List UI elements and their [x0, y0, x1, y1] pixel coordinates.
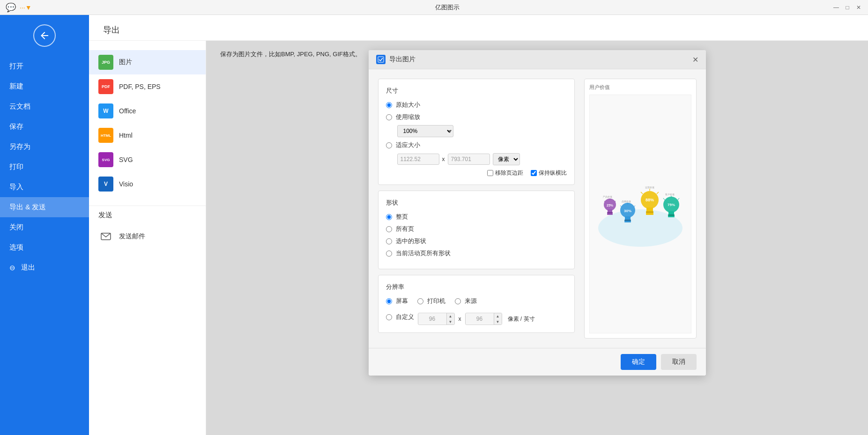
titlebar: 💬 ···▼ 亿图图示 — □ ✕ — [0, 0, 868, 15]
width-input[interactable] — [397, 154, 439, 165]
visio-label: Visio — [119, 180, 133, 188]
sidebar-nav: 打开 新建 云文档 保存 另存为 打印 导入 导出 & 发送 — [0, 56, 89, 278]
dpi-unit-label: 像素 / 英寸 — [508, 315, 535, 323]
dpi-y-up[interactable]: ▲ — [494, 313, 502, 319]
export-layout: JPG 图片 PDF PDF, PS, EPS W Office — [89, 41, 868, 435]
back-button[interactable] — [33, 24, 56, 47]
res-source-label[interactable]: 来源 — [465, 297, 477, 305]
sidebar-item-open[interactable]: 打开 — [0, 56, 89, 76]
jpg-label: 图片 — [119, 58, 132, 66]
res-custom-label[interactable]: 自定义 — [396, 313, 414, 321]
sidebar-item-print[interactable]: 打印 — [0, 157, 89, 177]
shape-current-radio[interactable] — [386, 251, 392, 257]
shape-whole-row: 整页 — [386, 213, 567, 221]
minimize-button[interactable]: — — [832, 4, 840, 11]
modal-title-icon — [376, 55, 386, 64]
shape-whole-label[interactable]: 整页 — [396, 213, 408, 221]
export-format-office[interactable]: W Office — [89, 99, 206, 123]
modal-footer: 确定 取消 — [369, 348, 706, 376]
svg-rect-29 — [668, 214, 675, 216]
shape-whole-radio[interactable] — [386, 214, 392, 220]
sidebar-item-saveas[interactable]: 另存为 — [0, 137, 89, 157]
res-screen-label[interactable]: 屏幕 — [396, 297, 408, 305]
resolution-options-row: 屏幕 打印机 来源 — [386, 297, 567, 309]
more-icon[interactable]: ···▼ — [20, 4, 32, 11]
export-format-visio[interactable]: V Visio — [89, 172, 206, 196]
confirm-button[interactable]: 确定 — [621, 354, 656, 370]
remove-margin-checkbox[interactable] — [487, 170, 493, 176]
size-original-label[interactable]: 原始大小 — [396, 101, 420, 109]
resolution-section: 分辨率 屏幕 打印机 — [378, 275, 575, 333]
res-source-radio[interactable] — [455, 298, 461, 304]
jpg-icon: JPG — [98, 55, 113, 70]
size-original-radio[interactable] — [386, 102, 392, 108]
sidebar-item-export[interactable]: 导出 & 发送 — [0, 197, 89, 217]
sidebar-item-new[interactable]: 新建 — [0, 76, 89, 96]
svg-label: SVG — [119, 156, 133, 163]
sidebar-item-options[interactable]: 选项 — [0, 237, 89, 258]
sidebar-item-exit[interactable]: ⊖ 退出 — [0, 258, 89, 278]
shape-selected-radio[interactable] — [386, 238, 392, 244]
dpi-y-input[interactable] — [466, 314, 494, 324]
export-format-svg[interactable]: SVG SVG — [89, 147, 206, 172]
keep-ratio-label[interactable]: 保持纵横比 — [531, 169, 567, 177]
size-adaptive-row: 适应大小 — [386, 141, 567, 149]
res-screen-row: 屏幕 — [386, 297, 408, 305]
zoom-select[interactable]: 100% 50% 75% 150% 200% — [397, 125, 453, 137]
export-format-html[interactable]: HTML Html — [89, 123, 206, 147]
svg-rect-30 — [668, 216, 675, 217]
send-email[interactable]: 发送邮件 — [89, 224, 206, 249]
svg-line-24 — [641, 192, 643, 194]
pdf-label: PDF, PS, EPS — [119, 83, 161, 90]
main-layout: 打开 新建 云文档 保存 另存为 打印 导入 导出 & 发送 — [0, 15, 868, 435]
dpi-y-down[interactable]: ▼ — [494, 319, 502, 324]
res-custom-radio[interactable] — [386, 314, 392, 320]
cancel-button[interactable]: 取消 — [661, 354, 697, 370]
shape-selected-label[interactable]: 选中的形状 — [396, 237, 426, 245]
shape-all-radio[interactable] — [386, 226, 392, 232]
dpi-x-up[interactable]: ▲ — [447, 313, 454, 319]
svg-rect-12 — [625, 216, 631, 220]
shape-all-label[interactable]: 所有页 — [396, 225, 414, 233]
res-printer-label[interactable]: 打印机 — [427, 297, 445, 305]
modal-body: 尺寸 原始大小 使用缩放 — [369, 69, 706, 348]
dpi-x-group: ▲ ▼ — [418, 313, 455, 325]
export-format-pdf[interactable]: PDF PDF, PS, EPS — [89, 74, 206, 99]
svg-text:25%: 25% — [606, 204, 613, 207]
export-format-jpg[interactable]: JPG 图片 — [89, 50, 206, 74]
height-input[interactable] — [448, 154, 490, 165]
close-button[interactable]: ✕ — [855, 4, 862, 11]
keep-ratio-checkbox[interactable] — [531, 170, 537, 176]
sidebar-item-save[interactable]: 保存 — [0, 117, 89, 137]
sidebar-item-import[interactable]: 导入 — [0, 177, 89, 197]
modal-form: 尺寸 原始大小 使用缩放 — [378, 79, 575, 339]
send-section: 发送 发送邮件 — [89, 206, 206, 249]
preview-label: 用户价值 — [589, 84, 610, 91]
x-separator: x — [442, 156, 445, 162]
res-source-row: 来源 — [455, 297, 477, 305]
size-adaptive-radio[interactable] — [386, 142, 392, 148]
shape-current-label[interactable]: 当前活动页所有形状 — [396, 249, 451, 258]
remove-margin-label[interactable]: 移除页边距 — [487, 169, 523, 177]
dpi-y-spinners: ▲ ▼ — [494, 313, 502, 324]
sidebar-item-close[interactable]: 关闭 — [0, 217, 89, 237]
size-section: 尺寸 原始大小 使用缩放 — [378, 79, 575, 185]
chat-icon[interactable]: 💬 — [6, 2, 16, 13]
visio-icon: V — [98, 177, 113, 192]
size-inputs-row: x 像素 厘米 英寸 — [397, 153, 567, 165]
size-adaptive-label[interactable]: 适应大小 — [396, 141, 420, 149]
dpi-x-down[interactable]: ▼ — [447, 319, 454, 324]
size-zoom-radio[interactable] — [386, 114, 392, 120]
modal-close-button[interactable]: ✕ — [692, 55, 698, 64]
svg-rect-20 — [646, 207, 653, 211]
svg-line-33 — [678, 198, 679, 200]
unit-select[interactable]: 像素 厘米 英寸 — [493, 153, 520, 165]
res-printer-radio[interactable] — [417, 298, 423, 304]
size-zoom-label[interactable]: 使用缩放 — [396, 113, 420, 121]
maximize-button[interactable]: □ — [844, 4, 851, 11]
svg-text:客户价值: 客户价值 — [665, 193, 675, 196]
sidebar-item-cloud[interactable]: 云文档 — [0, 96, 89, 117]
dpi-x-input[interactable] — [418, 314, 446, 324]
res-screen-radio[interactable] — [386, 298, 392, 304]
export-dialog: 导出图片 ✕ 尺寸 — [369, 50, 706, 376]
